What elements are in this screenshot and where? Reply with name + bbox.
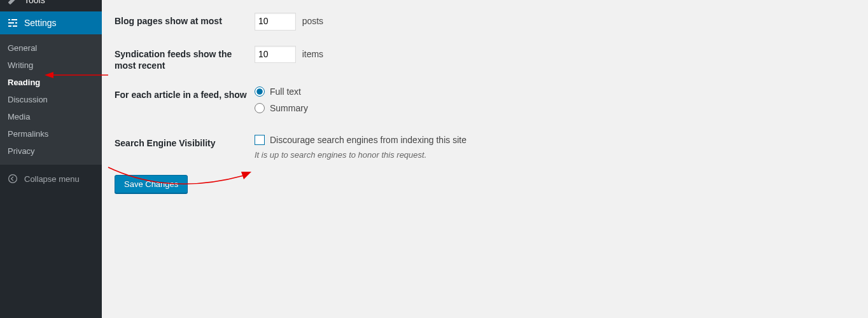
submenu-item-permalinks[interactable]: Permalinks [0,125,102,142]
seo-visibility-label: Search Engine Visibility [115,135,255,149]
feed-summary-option: Summary [255,103,855,113]
seo-visibility-field: Discourage search engines from indexing … [255,135,855,160]
sidebar-item-label: Settings [24,18,57,28]
sidebar-item-tools[interactable]: Tools [0,0,102,11]
settings-content: Blog pages show at most posts Syndicatio… [102,0,868,318]
seo-description: It is up to search engines to honor this… [255,150,855,160]
syndication-unit: items [302,49,323,59]
svg-point-0 [9,175,17,183]
submit-row: Save Changes [115,175,855,193]
submenu-item-privacy[interactable]: Privacy [0,142,102,160]
seo-discourage-checkbox[interactable] [255,135,265,145]
submenu-item-writing[interactable]: Writing [0,57,102,74]
wrench-icon [6,0,19,6]
seo-checkbox-row: Discourage search engines from indexing … [255,135,855,145]
sidebar-item-settings[interactable]: Settings [0,11,102,34]
collapse-icon [6,172,19,185]
feed-show-label: For each article in a feed, show [115,86,255,100]
syndication-field: items [255,46,855,64]
collapse-label: Collapse menu [24,174,80,184]
submenu-item-media[interactable]: Media [0,108,102,125]
save-changes-button[interactable]: Save Changes [115,175,188,193]
blog-pages-field: posts [255,13,855,31]
syndication-input[interactable] [255,46,296,64]
sidebar-item-label: Tools [24,0,45,5]
feed-summary-label[interactable]: Summary [270,103,308,113]
feed-show-field: Full text Summary [255,86,855,120]
syndication-row: Syndication feeds show the most recent i… [115,46,855,71]
reading-settings-form: Blog pages show at most posts Syndicatio… [115,13,855,193]
blog-pages-input[interactable] [255,13,296,31]
syndication-label: Syndication feeds show the most recent [115,46,255,71]
feed-show-row: For each article in a feed, show Full te… [115,86,855,120]
sliders-icon [6,17,19,29]
collapse-menu-button[interactable]: Collapse menu [0,167,102,190]
submenu-item-reading[interactable]: Reading [0,74,102,91]
admin-sidebar: Tools Settings General Writing Reading D… [0,0,102,318]
blog-pages-unit: posts [302,16,323,26]
feed-full-text-label[interactable]: Full text [270,86,301,97]
feed-full-text-option: Full text [255,86,855,97]
submenu-item-general[interactable]: General [0,39,102,57]
blog-pages-label: Blog pages show at most [115,13,255,27]
feed-full-text-radio[interactable] [255,86,265,97]
submenu-item-discussion[interactable]: Discussion [0,91,102,108]
seo-checkbox-label[interactable]: Discourage search engines from indexing … [270,135,466,145]
blog-pages-row: Blog pages show at most posts [115,13,855,31]
feed-summary-radio[interactable] [255,103,265,113]
seo-visibility-row: Search Engine Visibility Discourage sear… [115,135,855,160]
settings-submenu: General Writing Reading Discussion Media… [0,34,102,165]
